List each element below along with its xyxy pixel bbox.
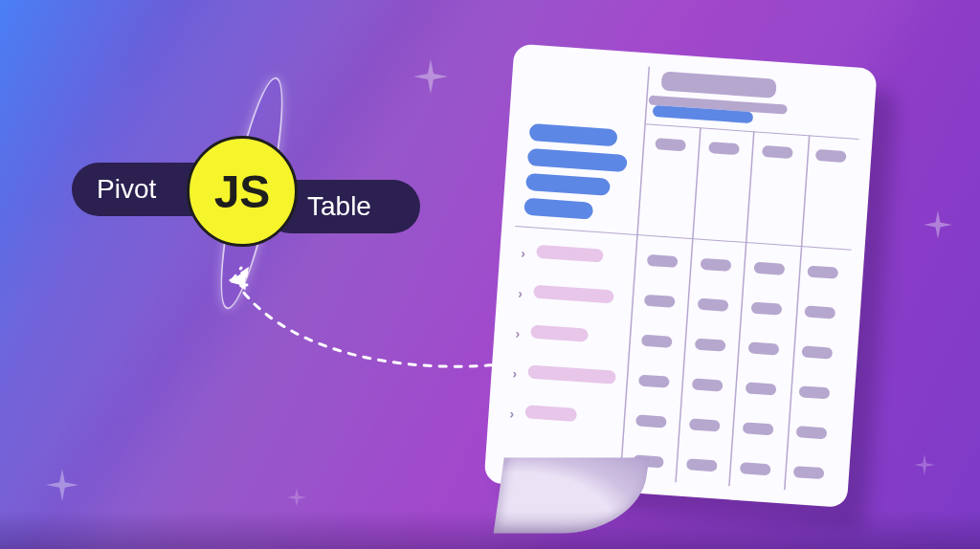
chevron-right-icon: › bbox=[512, 365, 518, 381]
pivot-label: Pivot bbox=[97, 174, 156, 205]
js-badge-icon: JS bbox=[187, 136, 298, 247]
sparkle-icon bbox=[287, 488, 306, 507]
chevron-right-icon: › bbox=[518, 286, 523, 301]
chevron-right-icon: › bbox=[515, 325, 521, 340]
pivot-js-table-badge: Pivot Table JS bbox=[72, 134, 435, 249]
chevron-right-icon: › bbox=[509, 406, 515, 421]
js-label: JS bbox=[214, 165, 271, 218]
sparkle-icon bbox=[924, 210, 952, 239]
sparkle-icon bbox=[914, 454, 935, 475]
table-label: Table bbox=[307, 191, 371, 222]
sparkle-icon bbox=[413, 59, 448, 94]
chevron-right-icon: › bbox=[521, 246, 526, 261]
sparkle-icon bbox=[46, 469, 78, 501]
bottom-shadow bbox=[0, 511, 980, 549]
